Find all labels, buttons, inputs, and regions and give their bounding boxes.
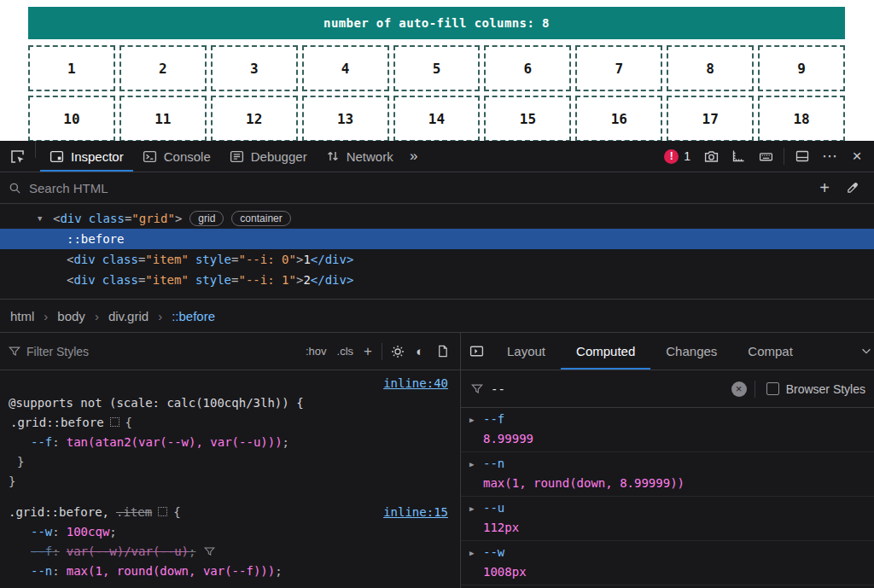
breadcrumb-item-body[interactable]: body bbox=[57, 309, 85, 323]
search-html-input[interactable]: Search HTML bbox=[29, 181, 811, 195]
rule-source-link[interactable]: inline:15 bbox=[383, 503, 448, 522]
pick-element-button[interactable] bbox=[3, 141, 31, 172]
keyboard-icon bbox=[759, 149, 773, 164]
computed-property-name-row[interactable]: ▶--n bbox=[461, 454, 874, 474]
grid-cell: 3 bbox=[211, 45, 298, 91]
grid-cell: 7 bbox=[575, 45, 662, 91]
punct: { bbox=[173, 505, 180, 519]
eyedropper-button[interactable] bbox=[838, 172, 865, 203]
rule-selector-line: .grid::before,.item{ inline:15 bbox=[0, 503, 460, 522]
attr-value: "grid" bbox=[131, 212, 175, 225]
browser-styles-checkbox[interactable] bbox=[766, 382, 779, 395]
breadcrumb-item-div-grid[interactable]: div.grid bbox=[108, 309, 149, 323]
rulers-button[interactable] bbox=[725, 141, 752, 172]
rule-gap bbox=[0, 492, 460, 503]
declaration[interactable]: --f:tan(atan2(var(--w), var(--u))); bbox=[0, 433, 460, 452]
toolbar-separator bbox=[35, 141, 36, 158]
tab-changes[interactable]: Changes bbox=[650, 333, 732, 370]
rule-source-link[interactable]: inline:40 bbox=[383, 376, 448, 390]
keyboard-button[interactable] bbox=[752, 141, 779, 172]
print-simulation-button[interactable] bbox=[431, 333, 453, 370]
expand-arrow-icon[interactable]: ▶ bbox=[469, 544, 474, 563]
declaration[interactable]: --w:100cqw; bbox=[0, 522, 460, 542]
browser-page: number of auto-fill columns: 8 1 2 3 4 5… bbox=[0, 0, 874, 141]
add-rule-button[interactable]: + bbox=[358, 343, 377, 360]
tab-computed[interactable]: Computed bbox=[561, 333, 650, 370]
grid-cell: 10 bbox=[28, 96, 115, 141]
badge-grid[interactable]: grid bbox=[189, 211, 224, 226]
markup-node-before[interactable]: ::before bbox=[0, 229, 874, 249]
error-count-badge[interactable]: ! 1 bbox=[657, 149, 697, 164]
toggle-pseudo-classes-button[interactable]: :hov bbox=[300, 345, 332, 358]
contrast-circle-icon: ◐ bbox=[416, 344, 423, 358]
attr-name: class bbox=[102, 273, 138, 287]
dark-scheme-button[interactable]: ◐ bbox=[409, 333, 431, 370]
meatball-menu-icon: ⋯ bbox=[822, 147, 837, 166]
markup-node-item[interactable]: <divclass="item"style="--i: 1">2</div> bbox=[0, 270, 874, 290]
computed-property-name-row[interactable]: ▶--w bbox=[461, 543, 874, 562]
overridden-filter-icon[interactable] bbox=[204, 544, 215, 563]
split-console-button[interactable] bbox=[789, 141, 816, 172]
declaration[interactable]: --n:max(1, round(down, var(--f))); bbox=[0, 562, 460, 581]
eyedropper-icon bbox=[846, 182, 859, 195]
settings-menu-button[interactable]: ⋯ bbox=[816, 141, 843, 172]
close-devtools-button[interactable]: × bbox=[843, 141, 871, 172]
breadcrumb-item-html[interactable]: html bbox=[10, 309, 34, 323]
punct: : bbox=[52, 564, 59, 578]
expand-arrow-icon[interactable]: ▶ bbox=[469, 499, 474, 519]
badge-container[interactable]: container bbox=[231, 211, 290, 226]
light-scheme-button[interactable] bbox=[387, 333, 409, 370]
rules-pane: Filter Styles :hov .cls + ◐ inline:40 @s… bbox=[0, 333, 461, 588]
grid-caption: number of auto-fill columns: 8 bbox=[28, 7, 845, 39]
grid-cell: 11 bbox=[119, 96, 207, 141]
split-console-icon bbox=[795, 149, 809, 163]
computed-property: ▶--u 112px bbox=[461, 497, 874, 541]
property-value: 100cqw bbox=[67, 525, 110, 539]
toolbar-separator bbox=[755, 381, 755, 398]
attr-name: style bbox=[195, 253, 231, 266]
tab-label: Debugger bbox=[251, 149, 307, 164]
computed-property-name-row[interactable]: ▶--f bbox=[461, 410, 874, 429]
attr-value: "--i: 0" bbox=[239, 253, 296, 266]
close-icon: × bbox=[736, 382, 743, 395]
expand-sidebar-button[interactable] bbox=[461, 333, 492, 370]
filter-styles-input[interactable]: Filter Styles bbox=[26, 345, 300, 358]
property-name: --u bbox=[483, 501, 504, 515]
grid-cell: 13 bbox=[302, 96, 389, 141]
tab-debugger[interactable]: Debugger bbox=[220, 141, 317, 172]
markup-node-item[interactable]: <divclass="item"style="--i: 0">1</div> bbox=[0, 249, 874, 270]
grid-cell: 5 bbox=[393, 45, 481, 91]
overridden-declaration[interactable]: --f:var(--w)/var(--u); bbox=[0, 542, 460, 562]
toolbar-separator bbox=[784, 148, 784, 165]
selector-highlighter-icon[interactable] bbox=[110, 417, 119, 427]
at-rule-text: @supports not (scale: calc(100cqh/3lh)) … bbox=[9, 396, 304, 410]
add-node-button[interactable]: + bbox=[811, 172, 838, 203]
tab-compat[interactable]: Compat bbox=[732, 333, 808, 370]
document-icon bbox=[436, 345, 449, 358]
closing-tag: </div> bbox=[311, 253, 354, 266]
breadcrumb-item-before[interactable]: ::before bbox=[172, 309, 215, 323]
attr-value: "item" bbox=[145, 273, 189, 287]
sun-icon bbox=[391, 345, 405, 358]
clear-filter-button[interactable]: × bbox=[731, 381, 747, 397]
property-value: max(1, round(down, var(--f))) bbox=[67, 564, 275, 578]
chevron-down-icon[interactable] bbox=[860, 345, 874, 360]
computed-property-name-row[interactable]: ▶--u bbox=[461, 498, 874, 518]
tab-inspector[interactable]: Inspector bbox=[40, 141, 133, 172]
screenshot-button[interactable] bbox=[697, 141, 725, 172]
computed-property: ▶--n max(1, round(down, 8.99999)) bbox=[461, 452, 874, 497]
expand-arrow-icon[interactable]: ▶ bbox=[469, 410, 474, 430]
markup-node-grid[interactable]: ▼<divclass="grid">gridcontainer bbox=[0, 208, 874, 229]
computed-filter-input[interactable]: -- bbox=[491, 382, 731, 396]
more-tabs-button[interactable]: » bbox=[403, 141, 425, 172]
selector-highlighter-icon[interactable] bbox=[158, 507, 167, 516]
grid-cell: 12 bbox=[211, 96, 298, 141]
toggle-classes-button[interactable]: .cls bbox=[332, 345, 359, 358]
tab-console[interactable]: Console bbox=[133, 141, 220, 172]
twisty-open-icon[interactable]: ▼ bbox=[38, 208, 42, 229]
expand-arrow-icon[interactable]: ▶ bbox=[469, 455, 474, 474]
punct: = bbox=[231, 273, 238, 287]
tab-layout[interactable]: Layout bbox=[492, 333, 561, 370]
tab-network[interactable]: Network bbox=[317, 141, 403, 172]
sidebar-tabs: Layout Computed Changes Compat bbox=[461, 333, 874, 370]
